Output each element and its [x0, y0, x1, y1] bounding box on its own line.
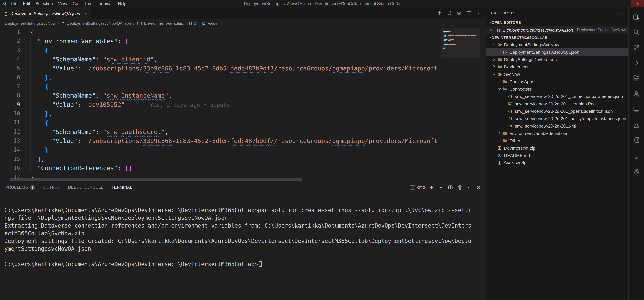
- menu-terminal[interactable]: Terminal: [94, 0, 115, 7]
- breadcrumb-separator: ›: [133, 21, 135, 26]
- explorer-icon[interactable]: [628, 9, 644, 24]
- symbol-object-icon: {}: [188, 22, 192, 25]
- menu-selection[interactable]: Selection: [33, 0, 56, 7]
- more-actions-icon[interactable]: [476, 11, 481, 16]
- new-terminal-icon[interactable]: [429, 185, 434, 190]
- tab-bar: {} DeploymentSettingssvcNowQA.json ×: [0, 7, 486, 19]
- code-line-7[interactable]: 7{: [0, 82, 440, 91]
- code-line-16[interactable]: 16"ConnectionReferences": []: [0, 163, 440, 173]
- maximize-panel-icon[interactable]: [467, 185, 472, 190]
- menu-run[interactable]: Run: [81, 0, 94, 7]
- open-editors-header[interactable]: OPEN EDITORS: [486, 19, 628, 26]
- minimap-slider[interactable]: [440, 27, 480, 58]
- file-item-deploymentsettingssvcnowqa-json[interactable]: {}DeploymentSettingssvcNowQA.json: [486, 48, 628, 56]
- code-editor[interactable]: 1{2"EnvironmentVariables": [3{4"SchemaNa…: [0, 27, 440, 182]
- run-and-debug-icon[interactable]: [628, 55, 644, 70]
- close-panel-icon[interactable]: [476, 185, 481, 190]
- code-line-11[interactable]: 11{: [0, 118, 440, 127]
- editor-tab[interactable]: {} DeploymentSettingssvcNowQA.json ×: [0, 7, 91, 19]
- breadcrumb-separator: ›: [198, 21, 200, 26]
- minimap[interactable]: [440, 27, 480, 182]
- file-item-snw-servicenow-20-2d-201-openapidefinition-json[interactable]: {}snw_servicenow-20-2d-201_openapidefini…: [486, 107, 628, 115]
- menu-go[interactable]: Go: [70, 0, 81, 7]
- breadcrumb-item-environmentvariables[interactable]: [ ]EnvironmentVariables: [136, 21, 183, 26]
- chevron-down-icon: [488, 21, 491, 23]
- code-line-1[interactable]: 1{: [0, 27, 440, 36]
- tab-label: DeploymentSettingssvcNowQA.json: [10, 11, 80, 16]
- folder-item-deploysettingsdevintersect[interactable]: DeploySettingsDevIntersect: [486, 56, 628, 63]
- more-actions-icon[interactable]: ···: [618, 10, 624, 16]
- code-line-6[interactable]: 6},: [0, 73, 440, 82]
- code-line-10[interactable]: 10},: [0, 109, 440, 118]
- folder-item-connectors[interactable]: Connectors: [486, 85, 628, 93]
- split-editor-icon[interactable]: [466, 11, 472, 16]
- folder-item-canvasapps[interactable]: CanvasApps: [486, 78, 628, 85]
- mobile-preview-icon[interactable]: [628, 148, 644, 163]
- open-preview-icon[interactable]: [457, 11, 462, 16]
- kill-terminal-icon[interactable]: [457, 185, 462, 190]
- file-item-snw-servicenow-20-2d-201-xml[interactable]: </>snw_servicenow-20-2d-201.xml: [486, 122, 628, 130]
- extensions-icon[interactable]: [628, 70, 644, 86]
- file-item-svcnow-zip[interactable]: SvcNow.zip: [486, 159, 628, 166]
- search-icon[interactable]: [628, 24, 644, 40]
- folder-item-environmentvariabledefinitions[interactable]: environmentvariabledefinitions: [486, 130, 628, 137]
- workspace-header[interactable]: DEVINTERSECTM365COLLAB: [486, 33, 628, 41]
- azure-icon[interactable]: [628, 163, 644, 179]
- breadcrumb-separator: ›: [58, 21, 59, 26]
- code-line-15[interactable]: 15],: [0, 154, 440, 163]
- title-bar: FileEditSelectionViewGoRunTerminalHelp D…: [0, 0, 644, 7]
- folder-item-svcnow[interactable]: SvcNow: [486, 70, 628, 78]
- terminal[interactable]: C:\Users\kartikka\Documents\AzureDevOps\…: [0, 192, 486, 300]
- horizontal-scrollbar[interactable]: [10, 178, 302, 181]
- file-item-snw-servicenow-20-2d-201-connectionparameters-json[interactable]: {}snw_servicenow-20-2d-201_connectionpar…: [486, 93, 628, 100]
- panel-tab-output[interactable]: OUTPUT: [43, 182, 60, 192]
- folder-open-icon: [496, 72, 503, 76]
- breadcrumb-item-deploymentsettingssvcnow[interactable]: DeploymentSettingsSvcNow: [5, 21, 56, 26]
- terminal-profile-selector[interactable]: > cmd: [410, 185, 425, 190]
- line-number: 16: [0, 163, 30, 173]
- code-line-14[interactable]: 14}: [0, 145, 440, 154]
- menu-view[interactable]: View: [56, 0, 70, 7]
- code-line-13[interactable]: 13"Value": "/subscriptions/33b9c866-1c83…: [0, 136, 440, 145]
- sync-icon[interactable]: [447, 11, 452, 16]
- folder-item-other[interactable]: Other: [486, 137, 628, 144]
- file-item-snw-servicenow-20-2d-201-policytemplateinstances-json[interactable]: {}snw_servicenow-20-2d-201_policytemplat…: [486, 115, 628, 122]
- line-number: 9: [0, 100, 30, 109]
- file-item-readme-md[interactable]: README.md: [486, 152, 628, 159]
- code-line-2[interactable]: 2"EnvironmentVariables": [: [0, 36, 440, 46]
- minimize-window-button[interactable]: ─: [606, 0, 618, 7]
- remote-explorer-icon[interactable]: [628, 101, 644, 117]
- menu-help[interactable]: Help: [115, 0, 129, 7]
- code-line-8[interactable]: 8"SchemaName": "snw_InstanceName",: [0, 91, 440, 100]
- file-item-devintersect-zip[interactable]: DevIntersect.zip: [486, 144, 628, 152]
- breadcrumb-item-1[interactable]: {}1: [188, 21, 196, 26]
- dropdown-chevron-icon[interactable]: [438, 185, 444, 190]
- breadcrumb-item-deploymentsettingssvcnowqa-json[interactable]: {}DeploymentSettingssvcNowQA.json: [61, 21, 131, 26]
- close-editor-icon[interactable]: ×: [489, 27, 494, 32]
- file-item-snw-servicenow-20-2d-201-iconblob-png[interactable]: snw_servicenow-20-2d-201_iconblob.Png: [486, 100, 628, 107]
- code-line-3[interactable]: 3{: [0, 46, 440, 55]
- account-icon[interactable]: [628, 86, 644, 101]
- panel-tab-debug-console[interactable]: DEBUG CONSOLE: [68, 182, 104, 192]
- split-terminal-icon[interactable]: [448, 185, 453, 190]
- power-platform-icon[interactable]: [628, 132, 644, 148]
- maximize-window-button[interactable]: □: [618, 0, 631, 7]
- folder-item-devintersect[interactable]: DevIntersect: [486, 63, 628, 70]
- open-changes-icon[interactable]: [437, 11, 442, 16]
- menu-edit[interactable]: Edit: [20, 0, 33, 7]
- code-line-5[interactable]: 5"Value": "/subscriptions/33b9c866-1c83-…: [0, 64, 440, 73]
- code-line-4[interactable]: 4"SchemaName": "snw_clientid",: [0, 55, 440, 64]
- line-number: 2: [0, 36, 30, 46]
- close-window-button[interactable]: ×: [631, 0, 644, 7]
- source-control-icon[interactable]: [628, 40, 644, 55]
- panel-tab-terminal[interactable]: TERMINAL: [112, 182, 132, 192]
- open-editor-item[interactable]: ×{}DeploymentSettingssvcNowQA.jsonDeploy…: [486, 26, 628, 33]
- folder-item-deploymentsettingssvcnow[interactable]: DeploymentSettingsSvcNow: [486, 41, 628, 48]
- menu-file[interactable]: File: [8, 0, 20, 7]
- testing-icon[interactable]: [628, 117, 644, 132]
- close-tab-icon[interactable]: ×: [84, 11, 87, 16]
- code-line-9[interactable]: 9"Value": "dev105952"You, 2 days ago • u…: [0, 100, 440, 109]
- breadcrumb-item-value[interactable]: Value: [202, 21, 218, 26]
- code-line-12[interactable]: 12"SchemaName": "snw_oauthsecret",: [0, 127, 440, 136]
- panel-tab-problems[interactable]: PROBLEMS6: [5, 182, 35, 192]
